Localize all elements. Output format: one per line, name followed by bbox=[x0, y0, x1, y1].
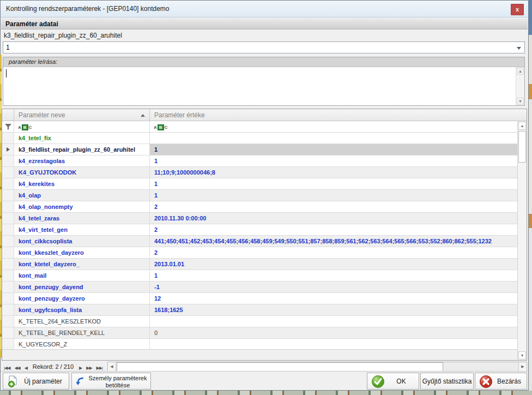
param-value-cell[interactable]: 1 bbox=[150, 144, 517, 155]
param-value-cell[interactable]: -1 bbox=[150, 282, 517, 292]
check-circle-icon bbox=[372, 375, 384, 388]
row-indicator bbox=[2, 133, 14, 143]
table-row[interactable]: K_UGYECSOR_Z bbox=[2, 339, 517, 349]
description-textarea[interactable]: ▲ ▼ bbox=[3, 67, 524, 105]
param-panel-header: Paraméter adatai bbox=[1, 19, 528, 29]
table-row[interactable]: kont_cikkcsoplista441;450;451;452;453;45… bbox=[2, 236, 517, 247]
collector-statistics-button[interactable]: Gyűjtő statisztika bbox=[420, 373, 474, 390]
scroll-up-icon[interactable]: ▲ bbox=[518, 122, 526, 130]
param-name-cell[interactable]: k4_tetel_zaras bbox=[14, 213, 150, 224]
row-indicator bbox=[2, 201, 14, 212]
nav-prev-button[interactable]: ◀ bbox=[22, 363, 29, 370]
table-row[interactable]: kont_kkeszlet_dayzero2 bbox=[2, 247, 517, 259]
scroll-down-icon[interactable]: ▼ bbox=[518, 351, 526, 360]
grid-vertical-scrollbar[interactable]: ▲ ▼ bbox=[517, 121, 527, 360]
param-value-cell[interactable]: 441;450;451;452;453;454;455;456;458;459;… bbox=[150, 236, 517, 247]
x-circle-icon bbox=[480, 375, 492, 388]
param-value-cell[interactable]: 1 bbox=[150, 178, 517, 189]
table-row[interactable]: k4_olap1 bbox=[2, 190, 517, 201]
filter-cell-name[interactable]: ABC bbox=[14, 121, 150, 132]
scrollbar-thumb[interactable] bbox=[117, 362, 443, 372]
param-name-cell[interactable]: K4_GYUJTOKODOK bbox=[14, 167, 150, 178]
param-name-cell[interactable]: k4_tetel_fix bbox=[14, 133, 150, 143]
grid-header-row: Paraméter neve Paraméter értéke bbox=[2, 109, 527, 121]
param-name-cell[interactable]: kont_ugyfcsopfa_lista bbox=[14, 304, 150, 315]
row-indicator bbox=[2, 270, 14, 281]
scroll-down-icon[interactable]: ▼ bbox=[517, 98, 524, 105]
param-name-cell[interactable]: k4_ezrestagolas bbox=[14, 155, 150, 166]
param-value-cell[interactable] bbox=[150, 133, 517, 143]
table-row[interactable]: K4_GYUJTOKODOK11;10;9;1000000046;8 bbox=[2, 167, 517, 178]
param-value-combobox[interactable]: 1 bbox=[3, 41, 525, 53]
row-indicator bbox=[2, 236, 14, 247]
nav-last-button[interactable]: ▶▶| bbox=[94, 363, 105, 370]
table-row[interactable]: kont_penzugy_dayzero12 bbox=[2, 293, 517, 304]
param-name-cell[interactable]: kont_mail bbox=[14, 270, 150, 281]
table-row[interactable]: k4_tetel_fix bbox=[2, 133, 517, 144]
table-row[interactable]: k4_tetel_zaras2010.11.30 0:00:00 bbox=[2, 213, 517, 224]
scrollbar-thumb[interactable] bbox=[518, 131, 526, 163]
param-value-cell[interactable]: 0 bbox=[150, 327, 517, 338]
param-value-cell[interactable]: 11;10;9;1000000046;8 bbox=[150, 167, 517, 178]
table-row[interactable]: k4_kerekites1 bbox=[2, 178, 517, 190]
close-dialog-button[interactable]: Bezárás bbox=[475, 373, 527, 390]
param-name-cell[interactable]: K_TETEL_264_KESZLETKOD bbox=[14, 316, 150, 327]
param-name-cell[interactable]: kont_cikkcsoplista bbox=[14, 236, 150, 247]
param-value-cell[interactable] bbox=[150, 316, 517, 327]
new-parameter-button[interactable]: Új paraméter bbox=[3, 373, 69, 390]
table-row[interactable]: K_TETEL_264_KESZLETKOD bbox=[2, 316, 517, 327]
param-name-cell[interactable]: K_UGYECSOR_Z bbox=[14, 339, 150, 349]
nav-prev-page-button[interactable]: ◀◀ bbox=[12, 363, 22, 370]
param-value-cell[interactable]: 2010.11.30 0:00:00 bbox=[150, 213, 517, 224]
param-value-cell[interactable]: 2 bbox=[150, 201, 517, 212]
param-value-cell[interactable]: 2013.01.01 bbox=[150, 259, 517, 270]
param-name-cell[interactable]: kont_ktetel_dayzero_ bbox=[14, 259, 150, 270]
description-panel: paraméter leírása: ▲ ▼ bbox=[3, 57, 525, 106]
filter-cell-value[interactable]: ABC bbox=[150, 121, 517, 132]
param-value-cell[interactable]: 12 bbox=[150, 293, 517, 304]
param-value-cell[interactable]: 1 bbox=[150, 270, 517, 281]
param-name-cell[interactable]: K_TETEL_BE_RENDELT_KELL bbox=[14, 327, 150, 338]
ok-button[interactable]: OK bbox=[367, 373, 419, 390]
scroll-up-icon[interactable]: ▲ bbox=[517, 68, 524, 75]
param-name-cell[interactable]: kont_kkeszlet_dayzero bbox=[14, 247, 150, 258]
param-name-cell[interactable]: kont_penzugy_dayend bbox=[14, 282, 150, 292]
table-row[interactable]: kont_ugyfcsopfa_lista1618;1625 bbox=[2, 304, 517, 316]
close-icon: x bbox=[516, 6, 519, 13]
text-caret bbox=[6, 69, 7, 77]
param-name-cell[interactable]: k4_kerekites bbox=[14, 178, 150, 189]
param-value-cell[interactable]: 2 bbox=[150, 224, 517, 235]
table-row[interactable]: kont_ktetel_dayzero_2013.01.01 bbox=[2, 259, 517, 270]
close-button[interactable]: x bbox=[511, 4, 524, 15]
chevron-down-icon[interactable] bbox=[517, 47, 521, 50]
param-name-cell[interactable]: k4_olap bbox=[14, 190, 150, 201]
nav-next-button[interactable]: ▶ bbox=[77, 363, 84, 370]
scroll-left-icon[interactable]: ◀ bbox=[108, 362, 116, 372]
table-row[interactable]: k4_virt_tetel_gen2 bbox=[2, 224, 517, 236]
param-name-cell[interactable]: k4_virt_tetel_gen bbox=[14, 224, 150, 235]
scroll-right-icon[interactable]: ▶ bbox=[518, 362, 527, 372]
nav-next-page-button[interactable]: ▶▶ bbox=[84, 363, 94, 370]
param-value-cell[interactable]: 1 bbox=[150, 190, 517, 201]
param-value-cell[interactable]: 1 bbox=[150, 155, 517, 166]
column-header-name[interactable]: Paraméter neve bbox=[14, 109, 150, 121]
record-count-label: Rekord: 2 / 210 bbox=[29, 362, 77, 370]
column-header-value[interactable]: Paraméter értéke bbox=[150, 109, 527, 121]
table-row[interactable]: kont_penzugy_dayend-1 bbox=[2, 282, 517, 293]
table-row[interactable]: K_TETEL_BE_RENDELT_KELL0 bbox=[2, 327, 517, 339]
param-value-cell[interactable] bbox=[150, 339, 517, 349]
param-name-cell[interactable]: kont_penzugy_dayzero bbox=[14, 293, 150, 304]
param-name-cell[interactable]: k4_olap_nonempty bbox=[14, 201, 150, 212]
param-value-cell[interactable]: 2 bbox=[150, 247, 517, 258]
table-row[interactable]: kont_mail1 bbox=[2, 270, 517, 282]
table-row[interactable]: k4_olap_nonempty2 bbox=[2, 201, 517, 213]
load-person-parameters-button[interactable]: Személy paraméterek betöltése bbox=[71, 373, 151, 390]
param-value-cell[interactable]: 1618;1625 bbox=[150, 304, 517, 315]
param-name-cell[interactable]: k3_fieldlist_repair_plugin_zz_60_aruhite… bbox=[14, 144, 150, 155]
nav-first-button[interactable]: |◀◀ bbox=[2, 363, 12, 370]
row-indicator bbox=[2, 155, 14, 166]
titlebar[interactable]: Kontrolling rendszerparaméterek - [GEP01… bbox=[1, 1, 528, 17]
table-row[interactable]: k3_fieldlist_repair_plugin_zz_60_aruhite… bbox=[2, 144, 517, 155]
description-scrollbar[interactable]: ▲ ▼ bbox=[516, 67, 524, 105]
table-row[interactable]: k4_ezrestagolas1 bbox=[2, 155, 517, 167]
